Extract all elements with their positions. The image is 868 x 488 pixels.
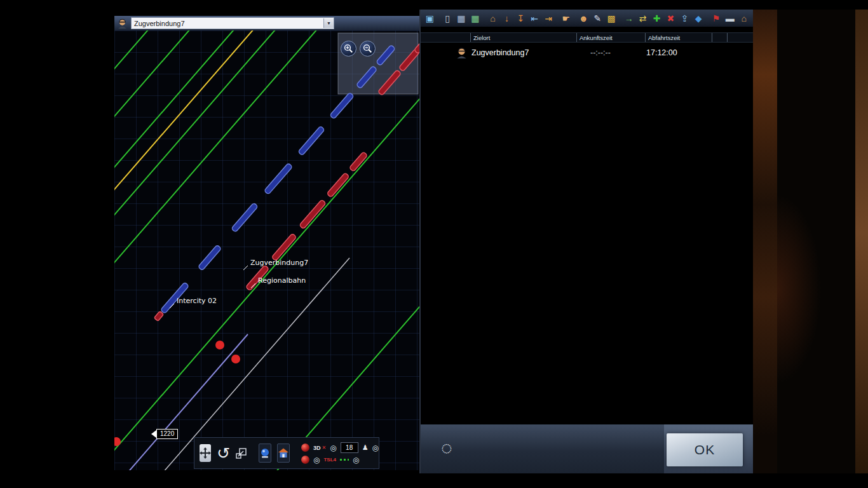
signal-knob-icon[interactable]	[301, 444, 309, 452]
ok-button[interactable]: OK	[667, 433, 743, 466]
zoom-in-icon	[344, 44, 353, 53]
driver-avatar-icon	[456, 46, 468, 58]
map-header: Zugverbindung7 ▼	[114, 16, 419, 30]
clock-spinner-icon: ◌	[441, 438, 452, 458]
train-label-zugverbindung7: Zugverbindung7	[250, 259, 308, 267]
train-label-intercity02: Intercity 02	[177, 297, 217, 305]
train-select-dropdown[interactable]: Zugverbindung7 ▼	[131, 17, 334, 29]
dropdown-arrow-icon[interactable]: ▼	[323, 18, 334, 28]
add-icon[interactable]: ✚	[650, 11, 663, 25]
zoom-out-icon	[363, 44, 372, 53]
signal-knob-icon[interactable]	[301, 456, 309, 464]
column-header-zielort[interactable]: Zielort	[470, 33, 576, 42]
route-forward-icon[interactable]: →	[622, 11, 635, 25]
table-add-icon[interactable]: ▦	[468, 11, 482, 25]
color-grid-icon[interactable]: ▩	[605, 11, 618, 25]
screen: Zugverbindung7 ▼	[0, 0, 868, 488]
track-map-canvas: Zugverbindung7 Regionalbahn Intercity 02	[114, 30, 419, 470]
export-icon[interactable]: ⇪	[678, 11, 691, 25]
km-marker-label: 1220	[156, 429, 178, 439]
timetable-footer: ◌ OK	[421, 424, 753, 473]
depot-icon[interactable]: ⌂	[486, 11, 499, 25]
tsl-label[interactable]: TSL4	[323, 457, 336, 463]
train-label-regionalbahn: Regionalbahn	[258, 276, 306, 285]
km-marker-arrow-icon	[151, 430, 156, 438]
zoom-in-button[interactable]	[341, 41, 356, 57]
game-world-edge-strip	[855, 10, 868, 473]
column-header-ankunftszeit[interactable]: Ankunftszeit	[576, 33, 645, 42]
driver-icon[interactable]: ☻	[577, 11, 590, 25]
column-header-icon[interactable]	[421, 33, 470, 42]
driver-avatar-icon	[117, 18, 128, 29]
camera-view-button[interactable]	[259, 444, 271, 463]
row-icon-cell	[421, 46, 470, 58]
mode-3d-label[interactable]: 3D	[313, 445, 321, 451]
save-icon[interactable]: ▣	[423, 11, 437, 25]
game-world-edge	[753, 10, 868, 473]
home-view-button[interactable]	[277, 444, 290, 463]
mode-3d-off-icon: ✕	[322, 445, 326, 451]
flag-icon[interactable]: ⚑	[709, 11, 722, 25]
remove-icon[interactable]: ✖	[664, 11, 677, 25]
km-marker: 1220	[151, 429, 178, 439]
target-toggle-icon[interactable]: ◎	[330, 444, 336, 452]
track-number-field[interactable]: 18	[341, 442, 358, 453]
track-map-window: Zugverbindung7 ▼	[114, 16, 419, 470]
shed-icon[interactable]: ⌂	[737, 11, 750, 25]
platform-icon[interactable]: ▬	[723, 11, 736, 25]
figure-icon[interactable]: ♟	[362, 444, 369, 451]
target-toggle-icon[interactable]: ◎	[372, 444, 379, 452]
blue-train-cars[interactable]	[161, 44, 396, 313]
insert-before-icon[interactable]: ⇤	[528, 11, 541, 25]
row-ankunftszeit: --:--:--	[576, 48, 645, 57]
row-abfahrtszeit: 17:12:00	[645, 48, 712, 57]
target-toggle-icon[interactable]: ◎	[313, 456, 320, 464]
camera-icon	[259, 447, 271, 459]
rotate-tool-button[interactable]: ↺	[217, 445, 230, 461]
dropdown-value: Zugverbindung7	[132, 20, 323, 27]
edit-icon[interactable]: ✎	[591, 11, 604, 25]
move-down-icon[interactable]: ↓	[500, 11, 513, 25]
scale-tool-button[interactable]	[236, 447, 247, 459]
move-tool-button[interactable]	[200, 444, 211, 462]
tsl-dots-icon	[340, 459, 349, 461]
timetable-window: ▣ ▯ ▦ ▦ ⌂ ↓ ↧ ⇤ ⇥ ☛ ☻ ✎ ▩ → ⇄ ✚ ✖ ⇪ ◆ ⚑	[419, 10, 753, 473]
delete-icon[interactable]: ▯	[441, 11, 454, 25]
import-icon[interactable]: ◆	[692, 11, 705, 25]
zoom-out-button[interactable]	[360, 41, 376, 57]
track-map[interactable]: Zugverbindung7 Regionalbahn Intercity 02	[114, 30, 419, 470]
move-end-icon[interactable]: ↧	[514, 11, 527, 25]
column-header-extra2[interactable]	[727, 33, 753, 42]
toolbar-gap	[421, 27, 753, 32]
map-option-controls: 3D ✕ ◎ 18 ♟ ◎ ◎ TSL4 ◎	[301, 442, 379, 464]
move-icon	[200, 447, 211, 459]
home-icon	[278, 447, 289, 459]
column-header-extra1[interactable]	[712, 33, 727, 42]
column-header-abfahrtszeit[interactable]: Abfahrtszeit	[645, 33, 712, 42]
route-swap-icon[interactable]: ⇄	[636, 11, 649, 25]
game-world-building	[753, 10, 777, 473]
green-track-lines	[114, 30, 419, 470]
target-toggle-icon[interactable]: ◎	[353, 456, 359, 464]
timetable-header-row: Zielort Ankunftszeit Abfahrtszeit	[421, 32, 753, 43]
timetable-empty-area[interactable]	[421, 62, 753, 424]
hand-icon[interactable]: ☛	[559, 11, 573, 25]
row-zielort: Zugverbindung7	[470, 48, 576, 57]
map-toolbar: ↺	[194, 437, 379, 469]
insert-after-icon[interactable]: ⇥	[542, 11, 555, 25]
zoom-controls	[341, 41, 376, 57]
game-world-glow	[777, 194, 822, 384]
scale-icon	[236, 447, 247, 459]
timetable-row[interactable]: Zugverbindung7 --:--:-- 17:12:00	[421, 43, 753, 62]
timetable-toolbar: ▣ ▯ ▦ ▦ ⌂ ↓ ↧ ⇤ ⇥ ☛ ☻ ✎ ▩ → ⇄ ✚ ✖ ⇪ ◆ ⚑	[421, 10, 753, 27]
table-icon[interactable]: ▦	[455, 11, 468, 25]
